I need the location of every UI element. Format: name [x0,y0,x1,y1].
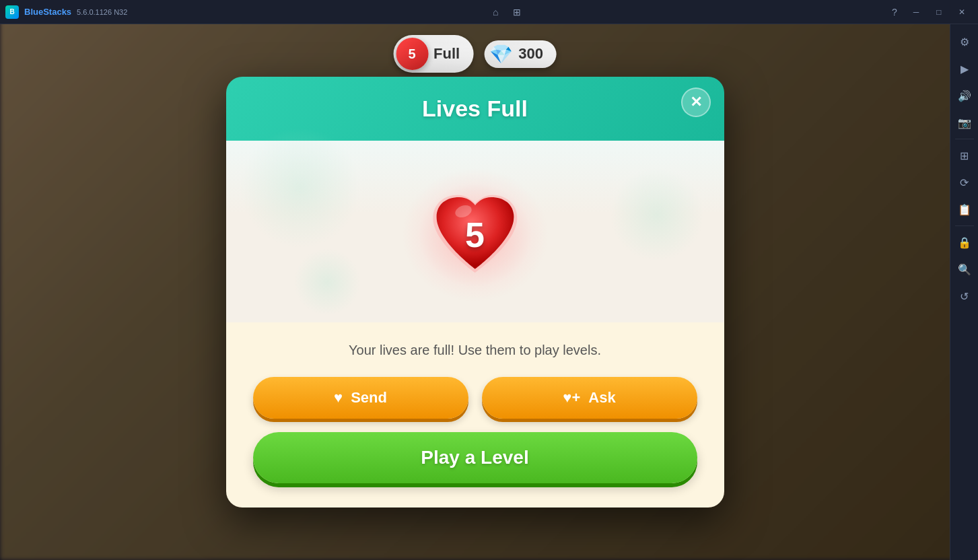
topbar-grid-icon[interactable]: ⊞ [508,3,526,22]
modal-message: Your lives are full! Use them to play le… [253,343,697,358]
modal-body-top: 5 [226,141,724,322]
topbar-brand: BlueStacks [24,7,71,17]
heart-container: 5 [401,168,549,302]
help-icon[interactable]: ? [885,3,904,22]
minimize-button[interactable]: ─ [905,3,927,22]
lives-full-modal: Lives Full ✕ [226,77,724,508]
deco-circle-3 [293,248,361,316]
sidebar-lock-icon[interactable]: 🔒 [952,230,977,254]
modal-close-button[interactable]: ✕ [681,88,711,117]
modal-action-buttons: ♥ Send ♥+ Ask [253,377,697,419]
deco-circle-1 [240,127,361,248]
modal-body-bottom: Your lives are full! Use them to play le… [226,322,724,508]
topbar-left: B BlueStacks 5.6.0.1126 N32 [5,5,127,19]
topbar-window-controls: ? ─ □ ✕ [885,3,973,22]
ask-heart-icon: ♥+ [563,389,580,407]
right-sidebar: ⚙ ▶ 🔊 📷 ⊞ ⟳ 📋 🔒 🔍 ↺ [950,24,978,560]
topbar-icons: ⌂ ⊞ [486,3,526,22]
send-button-label: Send [351,389,387,407]
ask-button-label: Ask [588,389,615,407]
send-button[interactable]: ♥ Send [253,377,468,419]
sidebar-divider-2 [955,225,974,226]
sidebar-search-icon[interactable]: 🔍 [952,257,977,281]
topbar: B BlueStacks 5.6.0.1126 N32 ⌂ ⊞ ? ─ □ ✕ [0,0,978,24]
deco-circle-2 [610,168,704,262]
modal-overlay: Lives Full ✕ [0,24,950,560]
modal-title: Lives Full [422,96,528,121]
play-level-button[interactable]: Play a Level [253,432,697,483]
send-heart-icon: ♥ [334,389,343,407]
game-area: 5 Full 💎 300 Lives Full ✕ [0,24,950,560]
sidebar-resize-icon[interactable]: ⊞ [952,143,977,168]
ask-button[interactable]: ♥+ Ask [482,377,697,419]
sidebar-divider-1 [955,139,974,139]
heart-number: 5 [465,215,485,255]
sidebar-sound-icon[interactable]: 🔊 [952,83,977,108]
heart-glow: 5 [401,168,549,302]
sidebar-refresh-icon[interactable]: ↺ [952,284,977,308]
sidebar-camera-icon[interactable]: 📷 [952,110,977,135]
bluestacks-logo: B [5,5,19,19]
sidebar-clipboard-icon[interactable]: 📋 [952,197,977,221]
sidebar-play-icon[interactable]: ▶ [952,57,977,81]
sidebar-settings-icon[interactable]: ⚙ [952,30,977,54]
topbar-home-icon[interactable]: ⌂ [486,3,505,22]
close-button[interactable]: ✕ [951,3,973,22]
sidebar-rotate-icon[interactable]: ⟳ [952,170,977,195]
maximize-button[interactable]: □ [928,3,950,22]
topbar-version: 5.6.0.1126 N32 [77,8,127,16]
